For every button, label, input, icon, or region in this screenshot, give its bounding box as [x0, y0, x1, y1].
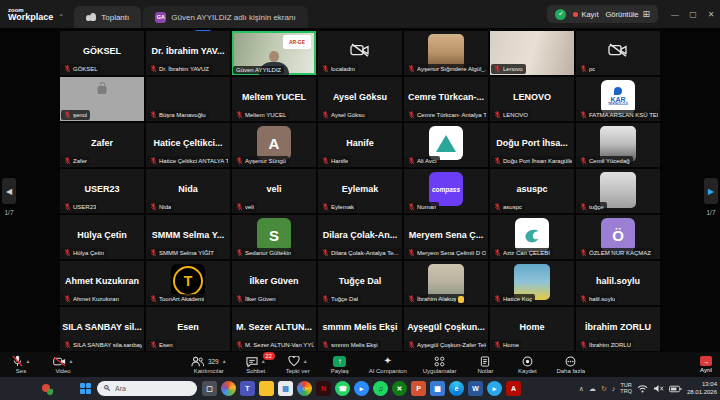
participant-tile[interactable]: İbrahim ZORLUİbrahim ZORLU — [576, 307, 660, 351]
participant-tile[interactable]: KARTEKNOLOJİFATMA ARSLAN KSÜ TEK... — [576, 77, 660, 121]
participant-tile[interactable]: HomeHome — [490, 307, 574, 351]
battery-icon[interactable] — [669, 385, 682, 393]
zoom-app-icon[interactable]: ▸ — [354, 381, 369, 396]
chevron-down-icon[interactable]: ⌄ — [58, 10, 64, 18]
participant-tile[interactable]: Aziz Can ÇELEBİ — [490, 215, 574, 259]
participant-tile[interactable]: localadm — [318, 31, 402, 75]
participant-tile[interactable]: Hülya ÇetinHülya Çetin — [60, 215, 144, 259]
participant-tile[interactable]: Hatice Çeltikci...Hatice Çeltikci ANTALY… — [146, 123, 230, 167]
participant-tile[interactable]: EylemakEylemak — [318, 169, 402, 213]
participant-tile[interactable]: AAyşenur Süngü — [232, 123, 316, 167]
participant-tile[interactable]: asuspcasuspc — [490, 169, 574, 213]
participant-tile[interactable]: Lenovo — [490, 31, 574, 75]
participant-tile[interactable]: TToonArt Akademi — [146, 261, 230, 305]
whatsapp-icon[interactable]: ☎ — [335, 381, 350, 396]
participant-tile[interactable]: Büşra Manavoğlu — [146, 77, 230, 121]
close-button[interactable]: ✕ — [702, 0, 720, 28]
participant-tile[interactable]: compassNuman — [404, 169, 488, 213]
video-button[interactable]: ▲Video — [50, 355, 76, 374]
powerpoint-icon[interactable]: P — [411, 381, 426, 396]
ai-companion-button[interactable]: ✦AI Companion — [369, 355, 407, 374]
participant-tile[interactable]: NidaNida — [146, 169, 230, 213]
notes-button[interactable]: Notlar — [472, 355, 498, 374]
onedrive-tray-icon[interactable]: ☁ — [589, 385, 596, 393]
teams-icon[interactable]: T — [240, 381, 255, 396]
minimize-button[interactable]: — — [666, 0, 684, 28]
chrome-icon[interactable]: ○ — [297, 381, 312, 396]
edge-icon[interactable]: e — [449, 381, 464, 396]
taskbar-search[interactable]: 🔍︎ Ara — [97, 381, 197, 396]
widgets-icon[interactable] — [40, 382, 54, 396]
participant-tile[interactable]: Dilara Çolak-An...Dilara Çolak-Antalya T… — [318, 215, 402, 259]
word-icon[interactable]: W — [468, 381, 483, 396]
participant-tile[interactable]: İlker Güvenİlker Güven — [232, 261, 316, 305]
participant-tile[interactable]: Meryem Sena Ç...Meryem Sena Çelimli D O.… — [404, 215, 488, 259]
prev-page-button[interactable]: ◀ — [2, 178, 16, 204]
participant-tile[interactable]: smmm Melis Ekşismmm Melis Ekşi — [318, 307, 402, 351]
chevron-up-icon[interactable]: ▲ — [222, 358, 227, 364]
chevron-up-icon[interactable]: ▲ — [69, 358, 74, 364]
participants-button[interactable]: 329▲Katılımcılar — [191, 355, 227, 374]
share-button[interactable]: ↑Paylaş — [327, 355, 353, 374]
photo-viewer-icon[interactable]: ▦ — [430, 381, 445, 396]
telegram-icon[interactable]: ▸ — [487, 381, 502, 396]
chevron-up-icon[interactable]: ▲ — [26, 358, 31, 364]
participant-tile[interactable]: Doğu Port İhsa...Doğu Port İhsan Karagül… — [490, 123, 574, 167]
participant-tile[interactable]: HanifeHanife — [318, 123, 402, 167]
tab-shared-screen[interactable]: GA Güven AYYILDIZ adlı kişinin ekranı — [143, 6, 307, 28]
participant-tile[interactable]: EsenEsen — [146, 307, 230, 351]
participant-tile[interactable]: GÖKSELGÖKSEL — [60, 31, 144, 75]
participant-tile[interactable]: USER23USER23 — [60, 169, 144, 213]
maximize-button[interactable]: ▢ — [684, 0, 702, 28]
participant-tile[interactable]: tuğçe — [576, 169, 660, 213]
leave-button[interactable]: → Ayrıl — [700, 356, 712, 373]
participant-tile[interactable]: Hatice Koç — [490, 261, 574, 305]
participant-tile[interactable]: halil.soyluhalil.soylu — [576, 261, 660, 305]
spotify-icon[interactable]: ♫ — [373, 381, 388, 396]
acrobat-icon[interactable]: A — [506, 381, 521, 396]
participant-tile[interactable]: M. Sezer ALTUN...M. Sezer ALTUN-Van YYÜ — [232, 307, 316, 351]
participant-tile[interactable]: Ali Avcı — [404, 123, 488, 167]
microsoft-store-icon[interactable]: ▤ — [278, 381, 293, 396]
participant-tile[interactable]: Tuğçe DalTuğçe Dal — [318, 261, 402, 305]
participant-tile[interactable]: SILA SANBAY sil...SILA SANBAY sila.sanba… — [60, 307, 144, 351]
participant-tile[interactable]: veliveli — [232, 169, 316, 213]
more-button[interactable]: Daha fazla — [556, 355, 585, 374]
participant-tile[interactable]: şenol — [60, 77, 144, 121]
hidden-icons-caret[interactable]: ∧ — [579, 385, 584, 393]
participant-tile[interactable]: SSedanur Gültekin — [232, 215, 316, 259]
participant-tile[interactable]: Dr. İbrahim YAV...Dr. İbrahim YAVUZ — [146, 31, 230, 75]
participant-tile[interactable]: Cemre Türkcan-...Cemre Türkcan- Antalya … — [404, 77, 488, 121]
volume-icon[interactable] — [653, 384, 664, 393]
participant-tile[interactable]: Ayşenur Sığındere Algül_.. — [404, 31, 488, 75]
update-tray-icon[interactable]: ↻ — [601, 385, 607, 393]
file-explorer-icon[interactable] — [259, 381, 274, 396]
tab-meeting[interactable]: Toplantı — [74, 6, 141, 28]
security-shield-icon[interactable]: ✓ — [555, 9, 566, 20]
participant-tile[interactable]: pc — [576, 31, 660, 75]
participant-tile[interactable]: Ayşegül Çoşkun...Ayşegül Çoşkun-Zafer Te… — [404, 307, 488, 351]
participant-tile[interactable]: SMMM Selma Y...SMMM Selma YİĞİT — [146, 215, 230, 259]
next-page-button[interactable]: ▶ — [704, 178, 718, 204]
audio-service-tray-icon[interactable]: ♪ — [612, 385, 616, 392]
participant-tile[interactable]: ZaferZafer — [60, 123, 144, 167]
chat-button[interactable]: ▲22Sohbet — [243, 355, 269, 374]
task-view-icon[interactable]: ▢ — [202, 381, 217, 396]
record-button[interactable]: Kaydet — [514, 355, 540, 374]
participant-tile[interactable]: ÖÖZLEM NUR KAÇMAZ — [576, 215, 660, 259]
language-indicator[interactable]: TURTRQ — [620, 383, 632, 394]
participant-tile[interactable]: LENOVOLENOVO — [490, 77, 574, 121]
chevron-up-icon[interactable]: ▲ — [303, 358, 308, 364]
recording-indicator[interactable]: Kayıt — [573, 10, 598, 19]
photos-app-icon[interactable] — [221, 381, 236, 396]
reactions-button[interactable]: ▲Tepki ver — [285, 355, 311, 374]
wifi-icon[interactable] — [637, 384, 648, 393]
xbox-icon[interactable]: ✕ — [392, 381, 407, 396]
view-button[interactable]: Görüntüle ⊞ — [606, 9, 650, 19]
apps-button[interactable]: Uygulamalar — [423, 355, 457, 374]
audio-button[interactable]: ▲Ses — [8, 355, 34, 374]
participant-tile[interactable]: Cemil Yücedağ — [576, 123, 660, 167]
participant-tile[interactable]: Meltem YUCELMeltem YUCEL — [232, 77, 316, 121]
start-button[interactable] — [80, 383, 92, 395]
participant-tile[interactable]: Aysel GöksuAysel Göksu — [318, 77, 402, 121]
